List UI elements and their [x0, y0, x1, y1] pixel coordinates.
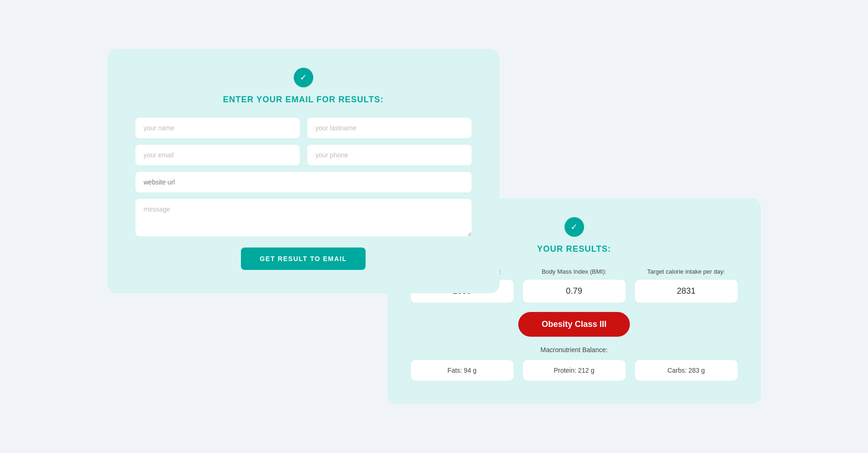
contact-row	[135, 145, 472, 165]
checkmark-icon: ✓	[294, 68, 313, 87]
calories-metric: Target calorie intake per day: 2831	[635, 268, 738, 303]
macro-section: Macronutrient Balance: Fats: 94 g Protei…	[411, 346, 738, 381]
website-input[interactable]	[135, 172, 472, 192]
bmi-value: 0.79	[523, 280, 626, 303]
message-textarea[interactable]	[135, 199, 472, 236]
obesity-badge: Obesity Class III	[411, 312, 738, 337]
protein-value: Protein: 212 g	[523, 360, 626, 381]
results-checkmark-icon: ✓	[565, 217, 584, 237]
bmi-label: Body Mass Index (BMI):	[542, 268, 607, 275]
phone-input[interactable]	[307, 145, 472, 165]
first-name-input[interactable]	[135, 118, 300, 138]
obesity-class-label: Obesity Class III	[518, 312, 630, 337]
email-input[interactable]	[135, 145, 300, 165]
carbs-value: Carbs: 283 g	[635, 360, 738, 381]
name-row	[135, 118, 472, 138]
bmi-metric: Body Mass Index (BMI): 0.79	[523, 268, 626, 303]
email-form-title: ENTER YOUR EMAIL FOR RESULTS:	[135, 95, 472, 105]
macro-row: Fats: 94 g Protein: 212 g Carbs: 283 g	[411, 360, 738, 381]
email-card-icon-wrapper: ✓	[135, 68, 472, 87]
macro-balance-label: Macronutrient Balance:	[411, 346, 738, 354]
calories-label: Target calorie intake per day:	[647, 268, 725, 275]
email-form-card: ✓ ENTER YOUR EMAIL FOR RESULTS: GET RESU…	[107, 49, 500, 293]
last-name-input[interactable]	[307, 118, 472, 138]
submit-button[interactable]: GET RESULT TO EMAIL	[241, 248, 366, 270]
fats-value: Fats: 94 g	[411, 360, 514, 381]
calories-value: 2831	[635, 280, 738, 303]
